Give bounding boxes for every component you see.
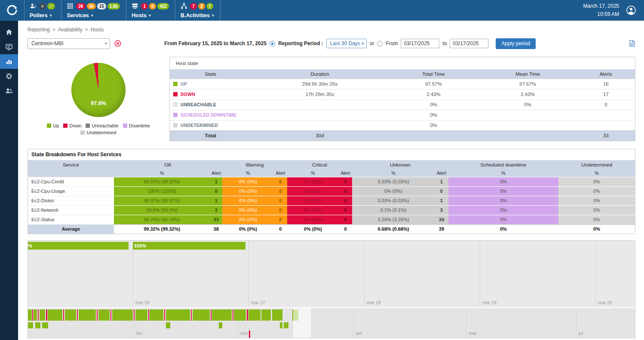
breakdown-cell: 0.03% (0.03%): [352, 196, 435, 205]
breakdown-subcolumn-header: %: [114, 169, 210, 177]
chevron-down-icon: ▾: [50, 13, 52, 18]
counter-badge[interactable]: 7: [206, 3, 213, 9]
counter-badge[interactable]: 0: [149, 3, 156, 9]
nav-bactivities[interactable]: 727 B.Activities▾: [175, 0, 221, 21]
sidebar-item-reporting[interactable]: [0, 54, 18, 69]
breakdown-row: Ec2-Cpu-Usage100% (100%)00% (0%)00% (0%)…: [28, 186, 635, 196]
breakdown-cell: 33: [210, 215, 222, 224]
timeline-segment: [272, 309, 282, 321]
breakdown-subcolumn-header: %: [448, 169, 558, 177]
nav-services[interactable]: 2616151.8k Services▾: [61, 0, 126, 21]
breakdown-group-row: ServiceOKWarningCriticalUnknownScheduled…: [28, 161, 635, 169]
chevron-down-icon: ▾: [212, 13, 214, 18]
export-report-icon[interactable]: [629, 40, 635, 47]
legend-swatch: [80, 130, 85, 135]
timeline-segment: [219, 322, 222, 328]
breakdown-subcolumn-header: Alert: [210, 169, 222, 177]
timeline-segment: [233, 309, 233, 321]
to-date-input[interactable]: [450, 39, 488, 48]
host-state-cell: 0%: [478, 99, 577, 110]
timeline-segment: [77, 309, 78, 321]
counter-badge[interactable]: 7: [190, 3, 197, 9]
nav-hosts-label: Hosts: [132, 12, 147, 19]
breakdown-cell: 0%: [448, 215, 558, 224]
from-label: From: [386, 40, 398, 46]
breakdown-cell: 0: [339, 215, 352, 224]
timeline-month-label: jui: [579, 331, 583, 336]
state-link[interactable]: DOWN: [181, 92, 195, 97]
centreon-logo[interactable]: [0, 0, 24, 21]
state-link[interactable]: UNDETERMINED: [181, 123, 218, 128]
pie-percentage-label: 97.6%: [71, 100, 126, 106]
timeline-segment: [284, 322, 288, 328]
counter-badge[interactable]: 15: [97, 3, 106, 9]
legend-item: Undetermined: [80, 130, 116, 135]
host-state-cell: 17: [577, 89, 635, 99]
breakdown-cell: 0%: [558, 186, 635, 196]
breakdown-cell: 0% (0%): [222, 215, 274, 224]
host-state-name-cell: UNDETERMINED: [170, 120, 251, 130]
availability-bar: 100%: [28, 242, 129, 250]
sidebar-item-configuration[interactable]: [0, 69, 18, 83]
custom-range-radio[interactable]: [377, 41, 383, 46]
user-icon[interactable]: [626, 5, 636, 15]
host-group-select[interactable]: Centreon-MBI ▾: [28, 38, 110, 49]
sidebar-item-administration[interactable]: [0, 83, 18, 98]
legend-item: Unreachable: [86, 123, 118, 128]
timeline-selection-handle[interactable]: [293, 308, 311, 338]
counter-badge[interactable]: ✓: [47, 3, 55, 9]
host-state-column-header: Total Time: [389, 69, 479, 79]
clear-selection-icon[interactable]: [114, 40, 121, 47]
breakdown-cell: 0% (0%): [222, 186, 274, 196]
host-state-total-cell: 30d: [251, 130, 388, 141]
breakdown-cell: 0% (0%): [287, 177, 339, 186]
timeline-segment: [79, 309, 96, 321]
reporting-period-label: Reporting Period :: [278, 40, 323, 46]
breakdown-group-header: Warning: [222, 161, 287, 169]
counter-badge[interactable]: 26: [76, 3, 85, 9]
breadcrumb-item[interactable]: Reporting: [28, 27, 50, 33]
breakdown-sub-row: %Alert%Alert%Alert%Alert%%: [28, 169, 635, 177]
nav-pollers[interactable]: ≡✓ Pollers▾: [24, 0, 61, 21]
host-state-row: UP29d 6h 30m 25s97.57%97.57%16: [170, 79, 635, 89]
counter-badge[interactable]: 1.8k: [107, 3, 120, 9]
counter-badge[interactable]: 16: [87, 3, 96, 9]
host-state-cell: [251, 120, 388, 130]
timeline-segment: [48, 309, 62, 321]
state-link[interactable]: UP: [181, 81, 187, 87]
breakdown-cell: 0%: [558, 205, 635, 215]
breakdown-row: Ec2-Network99.9% (99.9%)30% (0%)00% (0%)…: [28, 205, 635, 215]
from-date-input[interactable]: [401, 39, 439, 48]
timeline-gridline: [595, 241, 596, 307]
state-link[interactable]: SCHEDULED DOWNTIME: [181, 112, 236, 117]
legend-label: Undetermined: [86, 130, 116, 135]
counter-badge[interactable]: ≡: [39, 3, 46, 9]
timeline-day-label: mar 18: [367, 300, 381, 305]
legend-label: Down: [69, 123, 81, 128]
breakdown-cell: 0% (0%): [287, 186, 339, 196]
timeline-day-label: mar 20: [598, 300, 612, 305]
breakdown-cell: 0: [274, 205, 287, 215]
host-state-cell: 2.43%: [478, 89, 577, 99]
timeline-context[interactable]: fevmaravrmaijui: [28, 308, 635, 338]
sidebar-item-home[interactable]: [0, 25, 18, 40]
counter-badge[interactable]: 2: [198, 3, 205, 9]
availability-bar: 100%: [133, 242, 245, 250]
reporting-period-select[interactable]: Last 30 Days ▾: [326, 39, 367, 48]
breadcrumb-item[interactable]: Availability: [58, 27, 82, 33]
apply-period-button[interactable]: Apply period: [496, 38, 536, 49]
reporting-period-radio[interactable]: [270, 41, 275, 46]
counter-badge[interactable]: 422: [157, 3, 169, 9]
breakdown-row: Ec2-Status96.74% (96.74%)330% (0%)00% (0…: [28, 215, 635, 224]
top-navigation: ≡✓ Pollers▾ 2616151.8k Services▾: [24, 0, 221, 21]
monitoring-icon: [5, 43, 13, 51]
counter-badge[interactable]: 1: [141, 3, 148, 9]
sidebar-item-monitoring[interactable]: [0, 40, 18, 54]
breakdown-cell: 0% (0%): [222, 177, 274, 186]
host-state-total-row: Total30d33: [170, 130, 635, 141]
timeline-segment: [28, 309, 32, 321]
breadcrumb-item[interactable]: Hosts: [91, 27, 104, 33]
breakdown-cell: 3: [210, 205, 222, 215]
nav-hosts[interactable]: 10422 Hosts▾: [126, 0, 175, 21]
state-link[interactable]: UNREACHABLE: [181, 102, 216, 107]
